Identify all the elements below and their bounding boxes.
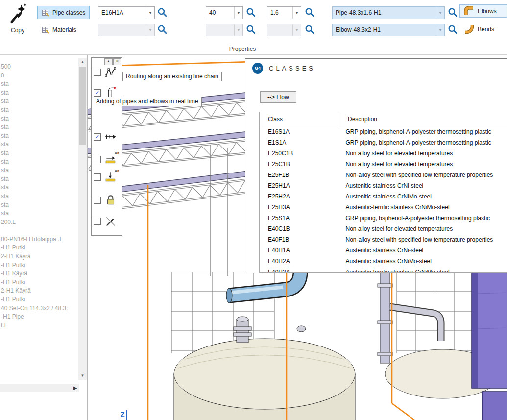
tree-item[interactable]: sta (1, 192, 76, 201)
pipe-part-combo[interactable]: Pipe-48.3x1.6-H1 ▼ (332, 6, 445, 19)
tree-item[interactable] (1, 226, 76, 235)
search-icon (246, 25, 256, 34)
tree-item[interactable]: sta (1, 140, 76, 149)
tree-item[interactable]: 0 (1, 72, 76, 80)
checkbox[interactable]: ✓ (94, 89, 101, 97)
elbows-button[interactable]: Elbows (459, 4, 507, 18)
size2-search-button[interactable] (245, 24, 257, 36)
pipe-classes-button[interactable]: Pipe classes (37, 6, 90, 19)
tree-item[interactable]: sta (1, 209, 76, 218)
checkbox[interactable] (94, 173, 101, 181)
class-row[interactable]: E25H2AAustenitic stainless CrNiMo-steel (260, 191, 507, 202)
tree-item[interactable]: -H1 Käyrä (1, 270, 76, 278)
option-routing-direction[interactable]: ✓ (94, 129, 117, 144)
tree-item[interactable]: -H1 Putki (1, 261, 76, 270)
tree-item[interactable]: sta (1, 175, 76, 184)
pipe-class-search-button[interactable] (156, 7, 168, 19)
bends-button[interactable]: Bends (459, 23, 507, 36)
option-route-existing-chain[interactable] (94, 65, 117, 79)
class-row[interactable]: E40C1BNon alloy steel for elevated tempe… (260, 223, 507, 234)
chevron-down-icon[interactable]: ▼ (234, 7, 242, 19)
class-row[interactable]: E40H3AAustenitic-ferritic stainless CrNi… (260, 267, 507, 273)
tree-item[interactable]: sta (1, 89, 76, 98)
class-row[interactable]: E250C1BNon alloy steel for elevated temp… (260, 148, 507, 159)
chevron-down-icon[interactable]: ▼ (292, 7, 301, 19)
tree-item[interactable]: sta (1, 158, 76, 167)
flow-button[interactable]: --> Flow (260, 91, 296, 103)
tree-item[interactable]: 2-H1 Käyrä (1, 252, 76, 261)
scroll-down-icon[interactable]: ▼ (78, 371, 87, 380)
pressure-combo[interactable]: 1.6 ▼ (267, 6, 301, 19)
main-tank[interactable] (174, 339, 355, 420)
elbow-part-combo[interactable]: Elbow-48.3x2-H1 ▼ (332, 24, 445, 36)
size-search-button[interactable] (245, 7, 257, 19)
checkbox[interactable] (94, 218, 101, 225)
chevron-down-icon[interactable]: ▼ (436, 24, 444, 36)
chevron-down-icon[interactable]: ▼ (436, 7, 444, 19)
classes-window: G4 CLASSES --> Flow Class Description E1… (245, 58, 507, 273)
class-row[interactable]: E25H1AAustenitic stainless CrNi-steel (260, 180, 507, 191)
column-header-description[interactable]: Description (339, 112, 507, 126)
checkbox[interactable] (94, 156, 101, 163)
tree-item[interactable]: sta (1, 132, 76, 141)
tree-item[interactable]: sta (1, 123, 76, 132)
scroll-right-icon[interactable]: ▶ (71, 384, 79, 392)
tree-item[interactable]: -H1 Putki (1, 296, 76, 304)
checkbox[interactable] (94, 197, 101, 204)
tree-item[interactable]: sta (1, 166, 76, 175)
option-free-sketch[interactable] (94, 214, 117, 228)
class-row[interactable]: E25H3AAustenitic-ferritic stainless CrNi… (260, 202, 507, 213)
elbow-part-search-button[interactable] (447, 24, 459, 36)
close-icon[interactable]: ✕ (113, 58, 121, 65)
pressure2-search-button[interactable] (304, 24, 315, 36)
pipe-part-search-button[interactable] (447, 7, 459, 19)
class-row[interactable]: E40F1BNon-alloy steel with specified low… (260, 234, 507, 245)
classes-window-titlebar[interactable]: G4 CLASSES (245, 59, 507, 77)
class-row[interactable]: E25S1AGRP piping, bsphenol-A-polyester t… (260, 213, 507, 223)
pipe-class-combo[interactable]: E16H1A ▼ (98, 6, 155, 19)
class-row[interactable]: E1S1AGRP piping, bisphenol-A-polyester t… (260, 137, 507, 148)
pressure-search-button[interactable] (304, 7, 315, 19)
tree-item[interactable]: 00-PN16-H Irtolaippa .L (1, 235, 76, 244)
option-lock-routing[interactable] (94, 193, 117, 207)
class-row[interactable]: E40H2AAustenitic stainless CrNiMo-steel (260, 256, 507, 267)
tree-item[interactable]: sta (1, 106, 76, 115)
tree-item[interactable]: -H1 Putki (1, 278, 76, 287)
tree-item[interactable]: 2-H1 Käyrä (1, 287, 76, 296)
option-alt-offset-2[interactable]: Alt (94, 170, 117, 184)
tree-item[interactable]: sta (1, 97, 76, 106)
tree-item[interactable]: sta (1, 80, 76, 89)
tree-item[interactable]: 200.L (1, 218, 76, 227)
copy-tool-button[interactable]: Copy (4, 3, 31, 37)
tree-item[interactable]: sta (1, 115, 76, 124)
class-row[interactable]: E25C1BNon alloy steel for elevated tempe… (260, 159, 507, 170)
tree-item[interactable]: sta (1, 201, 76, 210)
class-row[interactable]: E25F1BNon-alloy steel with specified low… (260, 170, 507, 180)
tree-item[interactable]: 500 (1, 63, 76, 72)
tree-item[interactable]: -H1 Pipe (1, 313, 76, 321)
option-alt-offset-1[interactable]: Alt (94, 152, 117, 167)
column-header-class[interactable]: Class (260, 112, 339, 126)
scrollbar-thumb[interactable] (79, 67, 86, 145)
elbow-part-value: Elbow-48.3x2-H1 (333, 26, 436, 33)
collapse-icon[interactable]: ▲ (104, 58, 113, 65)
tree-item[interactable]: sta (1, 149, 76, 158)
tank-small-nozzle[interactable] (297, 326, 306, 332)
class-row[interactable]: E16S1AGRP piping, bisphenol-A-polyester … (260, 126, 507, 138)
checkbox[interactable]: ✓ (94, 133, 101, 141)
tree-item[interactable]: sta (1, 183, 76, 192)
scroll-up-icon[interactable]: ▲ (78, 58, 87, 66)
checkbox[interactable] (94, 69, 101, 76)
pipe-class2-search-button[interactable] (156, 24, 168, 36)
tree-item[interactable]: t.L (1, 321, 76, 330)
materials-button[interactable]: Materials (37, 23, 81, 36)
tree-item[interactable]: 40 Set-On 114.3x2 / 48.3: (1, 304, 76, 313)
tree-horizontal-scrollbar[interactable]: ▶ (0, 384, 79, 392)
size-value: 40 (206, 9, 234, 16)
size-combo[interactable]: 40 ▼ (206, 6, 243, 19)
vertical-pipe[interactable] (378, 272, 392, 363)
class-row[interactable]: E40H1AAustenitic stainless CrNi-steel (260, 245, 507, 256)
tree-vertical-scrollbar[interactable]: ▲ ▼ (78, 58, 87, 380)
chevron-down-icon[interactable]: ▼ (146, 7, 154, 19)
tree-item[interactable]: -H1 Putki (1, 244, 76, 252)
